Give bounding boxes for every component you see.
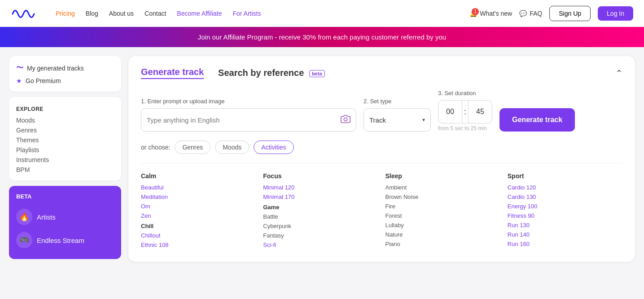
activity-battle[interactable]: Battle <box>263 213 378 220</box>
activity-col-focus: Focus Minimal 120 Minimal 170 Game Battl… <box>263 172 378 251</box>
whats-new-button[interactable]: 🔔 1 What's new <box>469 10 512 17</box>
header-actions: 🔔 1 What's new 💬 FAQ Sign Up Log In <box>469 6 633 21</box>
duration-seconds[interactable]: 45 <box>468 100 492 123</box>
sidebar-item-themes[interactable]: Themes <box>16 136 114 144</box>
beta-item-endless-stream[interactable]: 🎮 Endless Stream <box>16 229 114 252</box>
notification-bell[interactable]: 🔔 1 <box>469 10 477 17</box>
header: Pricing Blog About us Contact Become Aff… <box>0 0 644 27</box>
activity-om[interactable]: Om <box>141 203 256 210</box>
activity-lullaby[interactable]: Lullaby <box>386 222 500 229</box>
activity-col-sleep: Sleep Ambient Brown Noise Fire Forest Lu… <box>386 172 500 251</box>
sidebar-my-tracks[interactable]: 〜 My generated tracks <box>16 63 114 73</box>
beta-label: BETA <box>16 193 114 200</box>
duration-hint: from 5 sec to 25 min <box>438 125 492 132</box>
activity-forest[interactable]: Forest <box>386 212 500 219</box>
activity-meditation[interactable]: Meditation <box>141 193 256 200</box>
main-nav: Pricing Blog About us Contact Become Aff… <box>56 10 469 17</box>
activity-ethnic[interactable]: Ethnic 108 <box>141 242 256 248</box>
duration-minutes[interactable]: 00 <box>438 100 462 123</box>
activity-col-calm: Calm Beautiful Meditation Om Zen Chill C… <box>141 172 256 251</box>
activity-brown-noise[interactable]: Brown Noise <box>386 193 500 200</box>
category-focus: Focus <box>263 172 378 180</box>
sidebar-tracks-card: 〜 My generated tracks ★ Go Premium <box>9 56 121 92</box>
my-tracks-label: My generated tracks <box>27 65 84 72</box>
chip-moods[interactable]: Moods <box>215 141 249 154</box>
activity-fire[interactable]: Fire <box>386 203 500 210</box>
activity-energy100[interactable]: Energy 100 <box>508 203 622 210</box>
faq-label: FAQ <box>530 10 542 17</box>
category-sport: Sport <box>508 172 622 180</box>
sidebar-item-instruments[interactable]: Instruments <box>16 156 114 163</box>
nav-blog[interactable]: Blog <box>86 10 98 17</box>
sidebar-item-bpm[interactable]: BPM <box>16 166 114 173</box>
beta-item-artists[interactable]: 🔥 Artists <box>16 205 114 229</box>
nav-artists[interactable]: For Artists <box>232 10 261 17</box>
affiliate-banner[interactable]: Join our Affiliate Program - receive 30%… <box>0 27 644 47</box>
generator-card: Generate track Search by reference beta … <box>128 56 635 262</box>
activity-minimal120[interactable]: Minimal 120 <box>263 184 378 191</box>
chips-row: or choose: Genres Moods Activities <box>141 141 622 154</box>
tab-search[interactable]: Search by reference beta <box>218 68 324 78</box>
main-content: Generate track Search by reference beta … <box>128 56 635 262</box>
beta-card: BETA 🔥 Artists 🎮 Endless Stream <box>9 186 121 259</box>
activity-scifi[interactable]: Sci-fi <box>263 242 378 248</box>
sidebar-go-premium[interactable]: ★ Go Premium <box>16 77 114 84</box>
activity-run140[interactable]: Run 140 <box>508 231 622 238</box>
sidebar: 〜 My generated tracks ★ Go Premium EXPLO… <box>9 56 121 262</box>
login-button[interactable]: Log In <box>598 6 633 21</box>
nav-affiliate[interactable]: Become Affiliate <box>177 10 222 17</box>
activity-piano[interactable]: Piano <box>386 241 500 247</box>
sidebar-explore-card: EXPLORE Moods Genres Themes Playlists In… <box>9 97 121 180</box>
camera-icon[interactable] <box>341 114 350 126</box>
beta-artists-label: Artists <box>37 213 56 221</box>
step1-label: 1. Enter prompt or upload image <box>141 98 356 105</box>
chip-activities[interactable]: Activities <box>254 141 294 154</box>
explore-links: Moods Genres Themes Playlists Instrument… <box>16 117 114 173</box>
nav-about[interactable]: About us <box>109 10 134 17</box>
sidebar-item-moods[interactable]: Moods <box>16 117 114 124</box>
collapse-button[interactable]: ⌃ <box>616 68 622 78</box>
activity-run160[interactable]: Run 160 <box>508 241 622 247</box>
activity-run130[interactable]: Run 130 <box>508 222 622 229</box>
nav-pricing[interactable]: Pricing <box>56 10 75 17</box>
activity-zen[interactable]: Zen <box>141 212 256 219</box>
step2-label: 2. Set type <box>364 98 431 105</box>
activity-cardio120[interactable]: Cardio 120 <box>508 184 622 191</box>
chip-genres[interactable]: Genres <box>175 141 210 154</box>
go-premium-label: Go Premium <box>26 77 61 84</box>
activity-ambient[interactable]: Ambient <box>386 184 500 191</box>
sidebar-item-genres[interactable]: Genres <box>16 127 114 134</box>
activity-fitness90[interactable]: Fitness 90 <box>508 212 622 219</box>
or-choose-label: or choose: <box>141 144 170 151</box>
prompt-input[interactable] <box>147 116 341 124</box>
activity-chillout[interactable]: Chillout <box>141 232 256 239</box>
type-select[interactable]: Track ▾ <box>364 108 431 132</box>
sidebar-item-playlists[interactable]: Playlists <box>16 146 114 154</box>
faq-button[interactable]: 💬 FAQ <box>519 10 542 17</box>
activity-cyberpunk[interactable]: Cyberpunk <box>263 223 378 229</box>
explore-section: EXPLORE Moods Genres Themes Playlists In… <box>16 106 114 173</box>
duration-colon: : <box>462 100 468 123</box>
activity-cardio130[interactable]: Cardio 130 <box>508 193 622 200</box>
beta-endless-stream-label: Endless Stream <box>37 237 84 244</box>
activity-beautiful[interactable]: Beautiful <box>141 184 256 191</box>
activity-nature[interactable]: Nature <box>386 231 500 238</box>
duration-group: 3. Set duration 00 : 45 from 5 sec to 25… <box>438 90 492 132</box>
star-icon: ★ <box>16 77 22 84</box>
chevron-down-icon: ▾ <box>422 117 425 123</box>
type-value: Track <box>369 116 422 124</box>
logo[interactable] <box>11 6 38 21</box>
gamepad-icon: 🎮 <box>16 232 32 248</box>
signup-button[interactable]: Sign Up <box>549 6 591 21</box>
faq-icon: 💬 <box>519 10 527 17</box>
activity-minimal170[interactable]: Minimal 170 <box>263 193 378 200</box>
nav-contact[interactable]: Contact <box>145 10 166 17</box>
fire-icon: 🔥 <box>16 209 32 225</box>
generate-button[interactable]: Generate track <box>499 108 575 132</box>
tab-generate[interactable]: Generate track <box>141 67 204 79</box>
form-row: 1. Enter prompt or upload image 2. Se <box>141 90 622 132</box>
activity-fantasy[interactable]: Fantasy <box>263 232 378 239</box>
svg-point-0 <box>344 118 347 121</box>
step3-label: 3. Set duration <box>438 90 492 97</box>
prompt-input-wrap[interactable] <box>141 108 356 132</box>
